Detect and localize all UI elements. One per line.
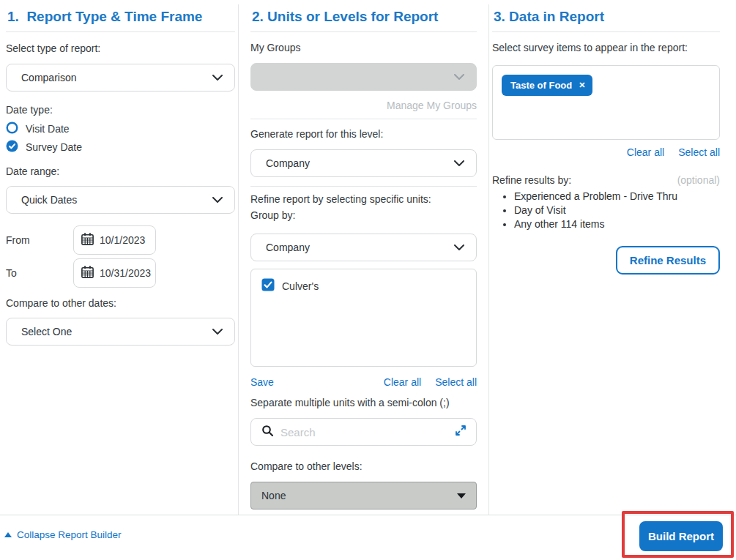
build-report-button[interactable]: Build Report: [639, 521, 723, 551]
search-input[interactable]: [280, 426, 448, 438]
semicolon-note: Separate multiple units with a semi-colo…: [250, 397, 477, 408]
to-date-row: To 10/31/2023: [6, 258, 235, 288]
unit-checkbox-row[interactable]: Culver's: [251, 269, 476, 294]
refine-results-button[interactable]: Refine Results: [616, 246, 720, 275]
from-date-value: 10/1/2023: [100, 234, 145, 246]
section-units-levels: 2. Units or Levels for Report My Groups …: [250, 7, 477, 509]
expand-icon[interactable]: [455, 425, 466, 439]
chevron-down-icon: [454, 71, 464, 83]
divider: [250, 119, 477, 119]
save-link[interactable]: Save: [250, 376, 274, 388]
compare-levels-label: Compare to other levels:: [250, 460, 477, 472]
date-range-label: Date range:: [6, 165, 235, 177]
chip-label: Taste of Food: [510, 80, 572, 91]
section-data-in-report: 3. Data in Report Select survey items to…: [492, 7, 720, 275]
refine-by-item: Any other 114 items: [514, 218, 720, 230]
report-builder: 1. Report Type & Time Frame Select type …: [0, 0, 736, 560]
to-date-field[interactable]: 10/31/2023: [73, 258, 156, 288]
refine-by-label: Refine results by:: [492, 174, 571, 186]
section3-heading: 3. Data in Report: [492, 7, 720, 32]
level-select[interactable]: Company: [250, 149, 477, 177]
date-range-select[interactable]: Quick Dates: [6, 186, 235, 214]
chevron-down-icon: [212, 326, 223, 337]
section2-heading: 2. Units or Levels for Report: [250, 7, 477, 32]
remove-icon[interactable]: ✕: [579, 81, 585, 90]
search-icon: [261, 425, 274, 440]
from-date-row: From 10/1/2023: [6, 225, 235, 255]
level-label: Generate report for this level:: [250, 128, 477, 140]
from-date-field[interactable]: 10/1/2023: [73, 225, 156, 255]
select-items-label: Select survey items to appear in the rep…: [492, 42, 720, 53]
survey-items-box: Taste of Food ✕: [492, 65, 720, 140]
section1-heading: 1. Report Type & Time Frame: [6, 7, 235, 32]
compare-levels-value: None: [261, 490, 286, 501]
level-value: Company: [266, 157, 310, 169]
report-type-value: Comparison: [21, 72, 76, 83]
radio-checked-icon: [6, 140, 18, 154]
manage-my-groups-link[interactable]: Manage My Groups: [250, 100, 477, 111]
collapse-label: Collapse Report Builder: [17, 529, 122, 540]
footer-divider: [0, 515, 736, 515]
checkbox-checked-icon: [261, 278, 275, 294]
unit-label: Culver's: [282, 280, 319, 292]
compare-dates-select[interactable]: Select One: [6, 318, 235, 346]
my-groups-label: My Groups: [250, 42, 477, 53]
select-all-link[interactable]: Select all: [678, 146, 720, 158]
triangle-up-icon: [4, 532, 12, 537]
report-type-select[interactable]: Comparison: [6, 64, 235, 92]
refine-units-label: Refine report by selecting specific unit…: [250, 193, 477, 205]
compare-dates-value: Select One: [21, 326, 72, 337]
clear-all-link[interactable]: Clear all: [384, 376, 421, 388]
chevron-down-icon: [212, 72, 223, 83]
clear-all-link[interactable]: Clear all: [627, 146, 664, 158]
collapse-report-builder-link[interactable]: Collapse Report Builder: [4, 529, 122, 540]
calendar-icon: [81, 265, 94, 281]
items-links-row: Clear all Select all: [492, 146, 720, 158]
group-by-label: Group by:: [250, 209, 477, 221]
chevron-down-icon: [454, 157, 464, 169]
section-report-type: 1. Report Type & Time Frame Select type …: [6, 7, 235, 346]
from-label: From: [6, 234, 73, 246]
survey-item-chip[interactable]: Taste of Food ✕: [502, 75, 592, 96]
refine-by-item: Day of Visit: [514, 204, 720, 216]
calendar-icon: [81, 232, 94, 248]
search-box: [250, 418, 477, 446]
radio-unchecked-icon: [6, 122, 18, 136]
optional-label: (optional): [677, 174, 720, 186]
select-all-link[interactable]: Select all: [435, 376, 477, 388]
date-range-value: Quick Dates: [21, 194, 77, 206]
chevron-down-icon: [454, 242, 464, 253]
refine-by-row: Refine results by: (optional): [492, 174, 720, 186]
my-groups-select[interactable]: [250, 63, 477, 91]
refine-by-item: Experienced a Problem - Drive Thru: [514, 190, 720, 202]
compare-dates-label: Compare to other dates:: [6, 297, 235, 309]
select-type-label: Select type of report:: [6, 42, 235, 54]
divider: [250, 186, 477, 187]
column-divider: [238, 4, 239, 515]
to-label: To: [6, 267, 73, 279]
units-list: Culver's: [250, 269, 477, 367]
chevron-down-icon: [212, 194, 223, 206]
group-by-value: Company: [266, 242, 310, 253]
radio-label: Survey Date: [26, 141, 82, 153]
group-by-select[interactable]: Company: [250, 234, 477, 261]
date-type-label: Date type:: [6, 104, 235, 116]
triangle-down-icon: [457, 493, 466, 499]
radio-survey-date[interactable]: Survey Date: [6, 140, 235, 154]
units-links-row: Save Clear all Select all: [250, 376, 477, 388]
radio-label: Visit Date: [26, 123, 70, 135]
refine-by-list: Experienced a Problem - Drive Thru Day o…: [492, 190, 720, 230]
to-date-value: 10/31/2023: [100, 267, 151, 279]
radio-visit-date[interactable]: Visit Date: [6, 122, 235, 136]
column-divider: [488, 4, 489, 515]
compare-levels-select[interactable]: None: [250, 482, 477, 509]
